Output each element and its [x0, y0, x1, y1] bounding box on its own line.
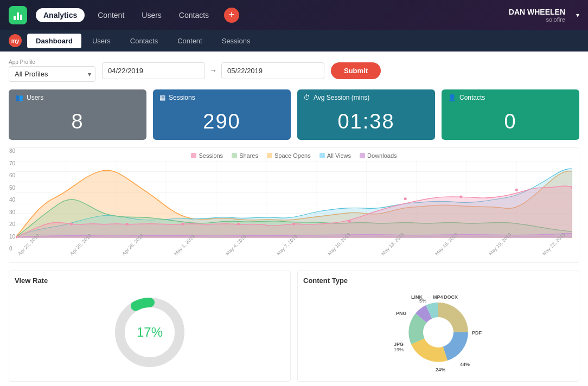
legend-all-views-label: All Views	[327, 152, 351, 159]
app-profile-filter: App Profile All Profiles	[9, 59, 95, 82]
stat-card-sessions: ▦ Sessions 290	[153, 89, 291, 140]
legend-shares-label: Shares	[239, 152, 258, 159]
pie-svg: PDF 44% 24% JPG 19% PNG LINK 5% MP4 DOCX	[389, 289, 487, 376]
profile-select[interactable]: All Profiles	[9, 66, 95, 82]
sub-nav-users[interactable]: Users	[84, 34, 119, 48]
chart-legend: Sessions Shares Space Opens All Views Do…	[16, 152, 572, 159]
svg-point-23	[292, 223, 295, 226]
logo-bar-1	[14, 16, 16, 20]
chart-svg	[16, 161, 572, 245]
stat-cards: 👥 Users 8 ▦ Sessions 290 ⏱ Avg Session (…	[9, 89, 579, 140]
nav-contacts[interactable]: Contacts	[175, 9, 213, 22]
stat-header-avg: ⏱ Avg Session (mins)	[297, 89, 435, 104]
users-icon: 👥	[15, 94, 23, 101]
contacts-icon: 👤	[448, 94, 456, 101]
svg-point-24	[348, 220, 351, 223]
pie-chart: PDF 44% 24% JPG 19% PNG LINK 5% MP4 DOCX	[303, 289, 573, 376]
user-avatar: my	[9, 34, 22, 47]
svg-text:DOCX: DOCX	[444, 294, 458, 300]
stat-card-avg-session: ⏱ Avg Session (mins) 01:38	[297, 89, 435, 140]
legend-downloads-label: Downloads	[367, 152, 397, 159]
legend-space-opens: Space Opens	[267, 152, 311, 159]
y-80: 80	[9, 148, 24, 154]
filters-bar: App Profile All Profiles → Submit	[9, 59, 579, 82]
stat-header-contacts: 👤 Contacts	[442, 89, 579, 104]
add-button[interactable]: +	[224, 8, 239, 23]
nav-users[interactable]: Users	[137, 9, 166, 22]
date-arrow-icon: →	[209, 66, 217, 75]
sub-nav-contacts[interactable]: Contacts	[122, 34, 167, 48]
sessions-value: 290	[153, 104, 291, 140]
content-type-title: Content Type	[303, 276, 573, 285]
avg-label: Avg Session (mins)	[314, 94, 369, 101]
users-value: 8	[9, 104, 146, 140]
sessions-label: Sessions	[169, 94, 195, 101]
logo-bar-2	[17, 12, 19, 20]
user-chevron-icon[interactable]: ▾	[576, 11, 579, 19]
svg-point-20	[126, 223, 129, 226]
chart-area: Apr 22, 2019 Apr 25, 2019 Apr 28, 2019 M…	[16, 161, 572, 258]
svg-text:5%: 5%	[419, 298, 426, 304]
user-name: DAN WHEELEN	[509, 8, 565, 16]
bottom-section: View Rate 17% Content Type	[9, 271, 579, 382]
top-nav: Analytics Content Users Contacts + DAN W…	[0, 0, 588, 30]
app-profile-label: App Profile	[9, 59, 95, 65]
area-chart-section: Sessions Shares Space Opens All Views Do…	[9, 147, 579, 263]
logo-bars	[14, 10, 22, 20]
svg-text:MP4: MP4	[433, 294, 443, 300]
stat-card-contacts: 👤 Contacts 0	[442, 89, 579, 140]
svg-text:JPG: JPG	[394, 342, 404, 347]
legend-sessions-label: Sessions	[199, 152, 223, 159]
user-company: solofire	[509, 16, 565, 23]
svg-point-27	[515, 189, 518, 191]
users-label: Users	[27, 94, 43, 101]
x-axis-labels: Apr 22, 2019 Apr 25, 2019 Apr 28, 2019 M…	[16, 248, 572, 258]
legend-downloads: Downloads	[360, 152, 397, 159]
user-info: DAN WHEELEN solofire	[509, 8, 565, 23]
main-content: App Profile All Profiles → Submit 👥 User…	[0, 52, 588, 386]
profile-select-wrapper: All Profiles	[9, 66, 95, 82]
svg-text:PDF: PDF	[472, 330, 482, 336]
svg-text:44%: 44%	[460, 362, 470, 367]
svg-point-21	[181, 223, 184, 226]
stat-header-users: 👥 Users	[9, 89, 146, 104]
end-date-input[interactable]	[221, 62, 324, 79]
start-date-input[interactable]	[102, 62, 205, 79]
contacts-label: Contacts	[459, 94, 485, 101]
svg-text:24%: 24%	[436, 367, 445, 372]
legend-shares: Shares	[232, 152, 258, 159]
contacts-value: 0	[442, 104, 579, 140]
svg-point-19	[70, 223, 73, 226]
svg-point-25	[404, 197, 407, 200]
svg-text:19%: 19%	[394, 347, 404, 352]
donut-chart: 17%	[15, 289, 285, 376]
svg-text:PNG: PNG	[396, 311, 407, 316]
legend-sessions: Sessions	[191, 152, 223, 159]
svg-point-26	[459, 195, 462, 198]
submit-button[interactable]: Submit	[331, 62, 381, 79]
date-range: →	[102, 62, 324, 79]
sessions-icon: ▦	[159, 94, 165, 101]
sub-nav: my Dashboard Users Contacts Content Sess…	[0, 30, 588, 52]
sub-nav-sessions[interactable]: Sessions	[213, 34, 259, 48]
sub-nav-dashboard[interactable]: Dashboard	[27, 34, 81, 48]
analytics-tab[interactable]: Analytics	[36, 8, 85, 22]
content-type-panel: Content Type	[297, 271, 579, 382]
svg-point-31	[423, 317, 453, 348]
sub-nav-content[interactable]: Content	[169, 34, 211, 48]
legend-all-views: All Views	[319, 152, 351, 159]
chart-inner: 80 70 60 50 40 30 20 10 0	[16, 161, 572, 258]
view-rate-title: View Rate	[15, 276, 285, 285]
donut-center-value: 17%	[137, 325, 163, 340]
avg-value: 01:38	[297, 104, 435, 140]
legend-space-opens-label: Space Opens	[274, 152, 311, 159]
view-rate-panel: View Rate 17%	[9, 271, 291, 382]
logo-bar-3	[20, 15, 22, 20]
nav-content[interactable]: Content	[93, 9, 129, 22]
svg-point-22	[237, 223, 240, 226]
avg-icon: ⏱	[304, 94, 310, 101]
stat-header-sessions: ▦ Sessions	[153, 89, 291, 104]
stat-card-users: 👥 Users 8	[9, 89, 146, 140]
logo-icon	[9, 6, 27, 24]
